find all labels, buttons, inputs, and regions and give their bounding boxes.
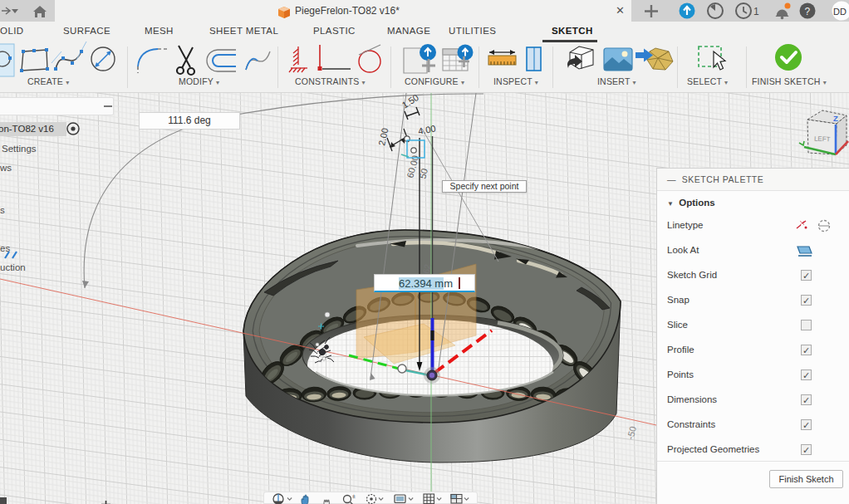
- svg-text:±: ±: [352, 493, 356, 499]
- svg-text:Z: Z: [833, 114, 838, 123]
- svg-text:DD: DD: [833, 7, 847, 17]
- svg-text:?: ?: [805, 6, 811, 17]
- svg-text:LEFT: LEFT: [814, 135, 831, 144]
- svg-text:1: 1: [753, 6, 759, 17]
